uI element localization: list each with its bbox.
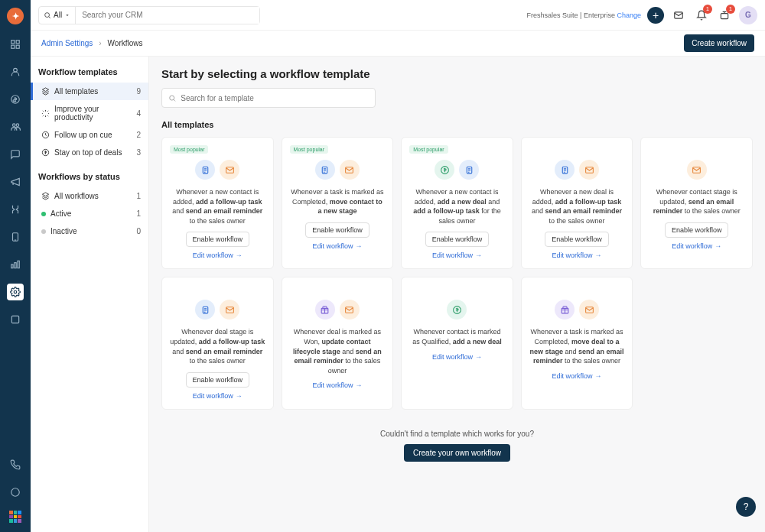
- svg-point-15: [45, 12, 50, 17]
- edit-workflow-link[interactable]: Edit workflow: [193, 251, 243, 259]
- enable-workflow-button[interactable]: Enable workflow: [305, 222, 369, 238]
- search-scope-label: All: [54, 11, 62, 19]
- nav-accounts-icon[interactable]: [7, 118, 24, 135]
- help-fab[interactable]: ?: [736, 497, 756, 517]
- layers-icon: [41, 87, 50, 96]
- workflow-template-card: Most popularWhenever a task is marked as…: [521, 277, 633, 409]
- mail-orange-icon: [579, 160, 599, 180]
- sidebar-item-label: Stay on top of deals: [54, 148, 122, 157]
- sidebar-item-label: Improve your productivity: [54, 105, 132, 122]
- svg-rect-11: [18, 261, 19, 268]
- template-search: [161, 88, 376, 108]
- content-area: Start by selecting a workflow template A…: [149, 57, 765, 532]
- layers-icon: [41, 192, 50, 200]
- sidebar-status-item[interactable]: All workflows1: [31, 187, 148, 205]
- create-workflow-button[interactable]: Create workflow: [684, 34, 754, 52]
- edit-workflow-link[interactable]: Edit workflow: [672, 242, 721, 250]
- chevron-right-icon: ›: [99, 39, 101, 47]
- sidebar-template-item[interactable]: All templates9: [31, 83, 148, 100]
- nav-dashboard-icon[interactable]: [7, 36, 24, 53]
- sidebar-item-count: 2: [136, 131, 141, 139]
- edit-workflow-link[interactable]: Edit workflow: [312, 381, 362, 389]
- enable-workflow-button[interactable]: Enable workflow: [186, 232, 250, 247]
- card-description: Whenever a new contact is added, add a n…: [409, 187, 505, 225]
- sidebar-item-count: 1: [136, 192, 141, 200]
- section-title: All templates: [161, 120, 753, 129]
- edit-workflow-link[interactable]: Edit workflow: [312, 242, 362, 250]
- workflow-template-card: Most popularWhenever deal stage is updat…: [161, 277, 274, 409]
- svg-rect-17: [721, 13, 728, 18]
- svg-rect-9: [11, 264, 13, 268]
- change-plan-link[interactable]: Change: [617, 11, 641, 19]
- card-description: Whenever contact stage is updated, send …: [649, 187, 744, 216]
- nav-marketing-icon[interactable]: [7, 174, 24, 190]
- svg-rect-1: [16, 41, 19, 44]
- most-popular-tag: Most popular: [170, 145, 208, 154]
- svg-rect-3: [16, 45, 19, 48]
- nav-conversations-icon[interactable]: [7, 146, 24, 163]
- card-description: Whenever a new deal is added, add a foll…: [529, 187, 625, 225]
- edit-workflow-link[interactable]: Edit workflow: [193, 392, 243, 400]
- sidebar-status-item[interactable]: Inactive0: [31, 222, 148, 240]
- mail-icon[interactable]: [670, 7, 687, 24]
- sidebar-item-count: 3: [136, 148, 141, 157]
- app-switcher-icon[interactable]: [9, 511, 21, 523]
- gift-purple-icon: [315, 300, 335, 320]
- enable-workflow-button[interactable]: Enable workflow: [665, 222, 729, 238]
- nav-reports-icon[interactable]: [7, 256, 24, 273]
- nav-chat-icon[interactable]: [7, 484, 24, 501]
- enable-workflow-button[interactable]: Enable workflow: [186, 372, 250, 388]
- whatsnew-icon[interactable]: 1: [716, 7, 733, 24]
- sidebar-template-item[interactable]: Follow up on cue2: [31, 126, 148, 144]
- sidebar-item-label: All templates: [54, 87, 98, 96]
- task-blue-icon: [195, 160, 215, 180]
- sidebar-template-item[interactable]: Stay on top of deals3: [31, 144, 148, 161]
- edit-workflow-link[interactable]: Edit workflow: [432, 251, 482, 259]
- nav-deals-icon[interactable]: [7, 91, 24, 108]
- svg-point-12: [14, 290, 17, 294]
- sidebar-status-item[interactable]: Active1: [31, 205, 148, 222]
- most-popular-tag: Most popular: [409, 145, 448, 154]
- breadcrumb-current: Workflows: [108, 39, 143, 47]
- card-description: Whenever a new contact is added, add a f…: [170, 187, 265, 225]
- mail-orange-icon: [340, 160, 360, 180]
- enable-workflow-button[interactable]: Enable workflow: [425, 232, 490, 247]
- notifications-icon[interactable]: 1: [693, 7, 710, 24]
- workflow-template-card: Most popularWhenever a new contact is ad…: [401, 137, 513, 269]
- global-search: All: [38, 6, 260, 24]
- sidebar-template-item[interactable]: Improve your productivity4: [31, 100, 148, 126]
- workflow-template-card: Most popularWhenever contact is marked a…: [401, 277, 513, 409]
- nav-settings-icon[interactable]: [7, 284, 24, 300]
- status-dot-icon: [41, 212, 46, 216]
- edit-workflow-link[interactable]: Edit workflow: [552, 372, 602, 380]
- nav-apps-icon[interactable]: [7, 311, 24, 328]
- create-own-workflow-button[interactable]: Create your own workflow: [404, 444, 510, 462]
- enable-workflow-button[interactable]: Enable workflow: [545, 232, 609, 247]
- nav-automation-icon[interactable]: [7, 201, 24, 218]
- search-icon: [168, 94, 176, 102]
- breadcrumb-admin-link[interactable]: Admin Settings: [41, 39, 93, 47]
- global-search-input[interactable]: [76, 7, 259, 24]
- nav-phone-admin-icon[interactable]: [7, 229, 24, 245]
- nav-contacts-icon[interactable]: [7, 63, 24, 80]
- svg-rect-13: [11, 316, 18, 323]
- whatsnew-badge: 1: [726, 5, 735, 14]
- quick-add-button[interactable]: +: [647, 7, 664, 24]
- chevron-down-icon: [64, 12, 70, 18]
- search-scope-dropdown[interactable]: All: [39, 7, 76, 24]
- sidebar-item-label: Follow up on cue: [54, 131, 112, 139]
- nav-phone-icon[interactable]: [7, 456, 24, 473]
- svg-rect-2: [11, 45, 15, 48]
- sparkle-icon: [41, 109, 50, 118]
- profile-avatar[interactable]: G: [739, 6, 757, 24]
- mail-orange-icon: [340, 300, 360, 320]
- brand-logo[interactable]: ✦: [7, 8, 24, 24]
- sidebar-item-label: Active: [50, 209, 71, 218]
- template-search-input[interactable]: [181, 94, 369, 102]
- mail-orange-icon: [220, 160, 239, 180]
- edit-workflow-link[interactable]: Edit workflow: [432, 353, 482, 361]
- svg-rect-0: [11, 41, 15, 44]
- sidebar-item-count: 0: [136, 227, 141, 235]
- edit-workflow-link[interactable]: Edit workflow: [552, 251, 602, 259]
- gift-purple-icon: [555, 300, 575, 320]
